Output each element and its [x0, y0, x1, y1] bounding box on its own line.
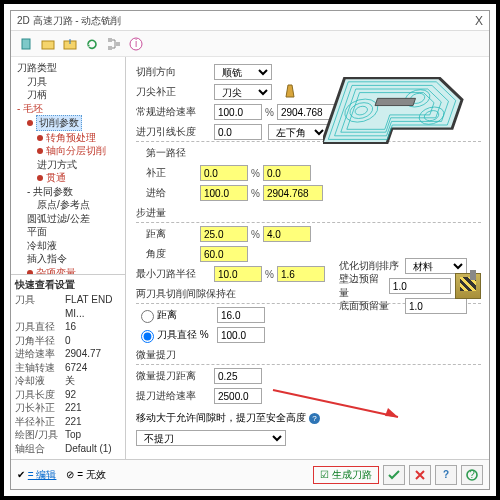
feed-pct-input[interactable]: [214, 104, 262, 120]
tree-icon[interactable]: [105, 35, 123, 53]
close-icon[interactable]: X: [475, 14, 483, 28]
svg-rect-5: [116, 42, 120, 46]
section-header: 进刀引线长度: [136, 125, 214, 139]
retract-select[interactable]: 不提刀: [136, 430, 286, 446]
tip-icon: [282, 84, 298, 100]
section-header: 两刀具切削间隙保持在: [136, 287, 236, 301]
section-header: 步进量: [136, 206, 214, 220]
quickview-header: 快速查看设置: [15, 278, 121, 292]
svg-text:?: ?: [469, 469, 475, 480]
svg-text:i: i: [135, 38, 137, 49]
toolbar: i: [11, 31, 489, 57]
tree-item[interactable]: 原点/参考点: [13, 198, 123, 212]
label: 刀具直径 %: [157, 328, 217, 342]
tree-item[interactable]: 平面: [13, 225, 123, 239]
label: 补正: [136, 166, 200, 180]
quickview-row: 轴组合Default (1): [15, 442, 121, 456]
footer: ✔ = 编辑 ⊘ = 无效 ☑生成刀路 ? ?: [11, 459, 489, 489]
tree-item[interactable]: 进刀方式: [13, 158, 123, 172]
svg-rect-15: [375, 98, 415, 105]
svg-rect-3: [108, 38, 112, 42]
step-dist-val[interactable]: [263, 226, 311, 242]
micro-feed[interactable]: [214, 388, 262, 404]
titlebar: 2D 高速刀路 - 动态铣削 X: [11, 11, 489, 31]
tree-item[interactable]: 转角预处理: [13, 131, 123, 145]
quickview-panel: 快速查看设置 刀具FLAT END MI...刀具直径16刀角半径0进给速率29…: [11, 274, 125, 460]
quickview-row: 刀具长度92: [15, 388, 121, 402]
quickview-row: 冷却液关: [15, 374, 121, 388]
dialog-window: 2D 高速刀路 - 动态铣削 X i 刀路类型刀具刀柄- 毛坯切削参数转角预处理…: [10, 10, 490, 490]
tree-item[interactable]: 贯通: [13, 171, 123, 185]
refresh-icon[interactable]: [83, 35, 101, 53]
micro-dist[interactable]: [214, 368, 262, 384]
label: 移动大于允许间隙时，提刀至安全高度: [136, 411, 306, 425]
tree-item[interactable]: 冷却液: [13, 239, 123, 253]
tree-item[interactable]: - 共同参数: [13, 185, 123, 199]
home-icon[interactable]: [17, 35, 35, 53]
step-angle[interactable]: [200, 246, 248, 262]
window-title: 2D 高速刀路 - 动态铣削: [17, 14, 121, 28]
help-icon[interactable]: ?: [309, 413, 320, 424]
open-icon[interactable]: [39, 35, 57, 53]
label: 进给: [136, 186, 200, 200]
tree-item[interactable]: - 毛坯: [13, 102, 123, 116]
apply-button[interactable]: ?: [435, 465, 457, 485]
label: 优化切削排序: [339, 259, 405, 273]
sub-header: 第一路径: [136, 146, 200, 160]
approach-mode-select[interactable]: 左下角: [268, 124, 328, 140]
tree-item[interactable]: 切削参数: [13, 115, 123, 131]
first-feed-val[interactable]: [263, 185, 323, 201]
floor-stock[interactable]: [405, 298, 467, 314]
label: 最小刀路半径: [136, 267, 214, 281]
label: 微量提刀距离: [136, 369, 214, 383]
nav-tree[interactable]: 刀路类型刀具刀柄- 毛坯切削参数转角预处理轴向分层切削进刀方式贯通- 共同参数原…: [11, 57, 125, 274]
optimize-panel: 优化切削排序 材料 壁边预留量 底面预留量: [339, 257, 481, 317]
tree-item[interactable]: 刀路类型: [13, 61, 123, 75]
quickview-row: 半径补正221: [15, 415, 121, 429]
generate-toolpath-toggle[interactable]: ☑生成刀路: [313, 466, 379, 484]
label: 距离: [157, 308, 217, 322]
svg-rect-4: [108, 46, 112, 50]
tree-item[interactable]: 刀柄: [13, 88, 123, 102]
params-panel: 切削方向 顺铣 刀尖补正 刀尖 常规进给速率 % 进刀引线长度 左下角 第一路径…: [126, 57, 489, 459]
tree-item[interactable]: 插入指令: [13, 252, 123, 266]
toolpath-preview: [323, 63, 483, 173]
tree-item[interactable]: 杂项变量: [13, 266, 123, 274]
label: 常规进给速率: [136, 105, 214, 119]
info-icon[interactable]: i: [127, 35, 145, 53]
help-button[interactable]: ?: [461, 465, 483, 485]
gap-pct-radio[interactable]: [141, 330, 154, 343]
quickview-row: 进给速率2904.77: [15, 347, 121, 361]
quickview-row: 刀长补正221: [15, 401, 121, 415]
stock-icon: [455, 273, 481, 299]
opt-order-select[interactable]: 材料: [405, 258, 467, 274]
first-comp-pct[interactable]: [200, 165, 248, 181]
cut-direction-select[interactable]: 顺铣: [214, 64, 272, 80]
gap-pct-val[interactable]: [217, 327, 265, 343]
label: 提刀进给速率: [136, 389, 214, 403]
first-comp-val[interactable]: [263, 165, 311, 181]
label: 距离: [136, 227, 200, 241]
label: 角度: [136, 247, 200, 261]
section-header: 微量提刀: [136, 348, 176, 362]
ok-button[interactable]: [383, 465, 405, 485]
edit-legend: ✔ = 编辑: [17, 468, 56, 482]
gap-dist-val[interactable]: [217, 307, 265, 323]
svg-rect-0: [22, 39, 30, 49]
cancel-button[interactable]: [409, 465, 431, 485]
minr-val[interactable]: [277, 266, 325, 282]
tip-comp-select[interactable]: 刀尖: [214, 84, 272, 100]
step-dist-pct[interactable]: [200, 226, 248, 242]
quickview-row: 刀具FLAT END MI...: [15, 293, 121, 320]
label: 切削方向: [136, 65, 214, 79]
save-icon[interactable]: [61, 35, 79, 53]
gap-dist-radio[interactable]: [141, 310, 154, 323]
approach-len-input[interactable]: [214, 124, 262, 140]
tree-item[interactable]: 轴向分层切削: [13, 144, 123, 158]
tree-item[interactable]: 圆弧过滤/公差: [13, 212, 123, 226]
first-feed-pct[interactable]: [200, 185, 248, 201]
wall-stock[interactable]: [389, 278, 451, 294]
tree-item[interactable]: 刀具: [13, 75, 123, 89]
minr-pct[interactable]: [214, 266, 262, 282]
label: 壁边预留量: [339, 272, 389, 300]
